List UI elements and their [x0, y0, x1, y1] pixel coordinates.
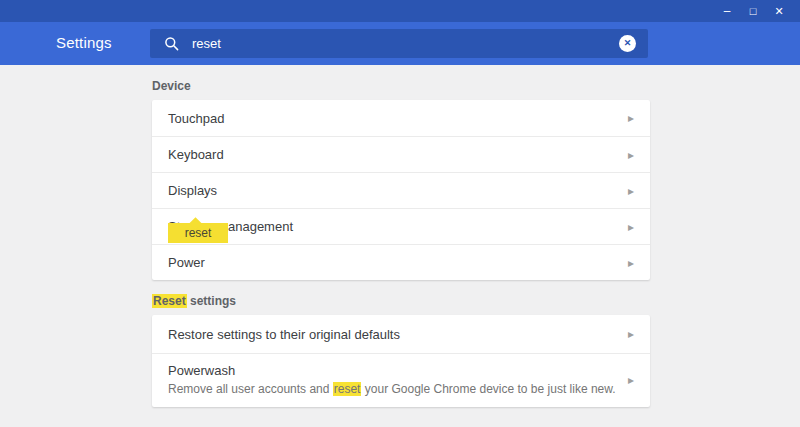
section-label-reset-settings: Reset settings [152, 294, 800, 308]
settings-content: Device Touchpad ▸ Keyboard ▸ Displays ▸ … [0, 79, 800, 427]
close-icon[interactable]: ✕ [766, 0, 792, 22]
row-label: Touchpad [168, 111, 628, 126]
chevron-right-icon: ▸ [628, 374, 634, 386]
settings-row-keyboard[interactable]: Keyboard ▸ [152, 136, 650, 172]
row-label: Keyboard [168, 147, 628, 162]
powerwash-text: Powerwash Remove all user accounts and r… [168, 362, 628, 397]
row-label: Displays [168, 183, 628, 198]
highlighted-text: reset [333, 382, 362, 396]
row-label: Restore settings to their original defau… [168, 327, 628, 342]
window-titlebar: – □ ✕ [0, 0, 800, 22]
row-label: Storage management [168, 219, 628, 234]
search-query-text: reset [192, 36, 221, 51]
settings-row-touchpad[interactable]: Touchpad ▸ [152, 100, 650, 136]
section-label-rest: settings [187, 294, 236, 308]
maximize-icon[interactable]: □ [740, 0, 766, 22]
chevron-right-icon: ▸ [628, 257, 634, 269]
chevron-right-icon: ▸ [628, 328, 634, 340]
search-result-tooltip: reset [168, 223, 228, 243]
search-input[interactable]: reset ✕ [150, 29, 648, 58]
menu-icon[interactable] [26, 37, 42, 49]
device-card: Touchpad ▸ Keyboard ▸ Displays ▸ Storage… [152, 100, 650, 280]
minimize-icon[interactable]: – [714, 0, 740, 22]
description-part: Remove all user accounts and [168, 382, 333, 396]
clear-search-icon[interactable]: ✕ [619, 35, 636, 52]
chevron-right-icon: ▸ [628, 149, 634, 161]
row-label: Power [168, 255, 628, 270]
row-label: Powerwash [168, 362, 628, 379]
page-title: Settings [56, 34, 112, 51]
chevron-right-icon: ▸ [628, 112, 634, 124]
settings-row-restore-defaults[interactable]: Restore settings to their original defau… [152, 315, 650, 353]
row-description: Remove all user accounts and reset your … [168, 381, 628, 397]
search-icon [164, 36, 179, 51]
chevron-right-icon: ▸ [628, 221, 634, 233]
description-part: your Google Chrome device to be just lik… [361, 382, 615, 396]
settings-row-power[interactable]: Power ▸ [152, 244, 650, 280]
highlighted-text: Reset [152, 294, 187, 308]
settings-row-powerwash[interactable]: Powerwash Remove all user accounts and r… [152, 353, 650, 407]
app-header: Settings reset ✕ [0, 22, 800, 65]
reset-settings-card: Restore settings to their original defau… [152, 315, 650, 407]
settings-row-displays[interactable]: Displays ▸ [152, 172, 650, 208]
section-label-device: Device [152, 79, 800, 93]
chevron-right-icon: ▸ [628, 185, 634, 197]
